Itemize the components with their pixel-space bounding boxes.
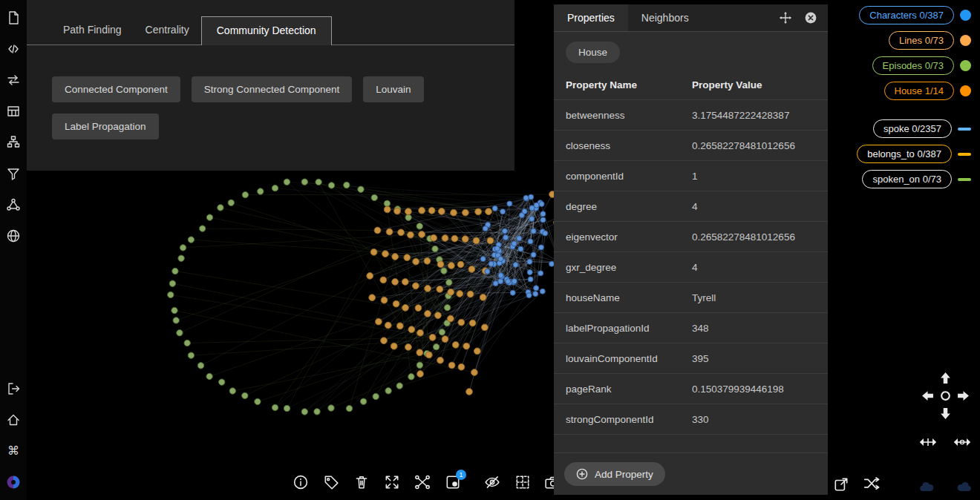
algorithm-button-connected-component[interactable]: Connected Component [52, 76, 180, 102]
camera-left-button[interactable] [918, 386, 936, 404]
legend-node-color-swatch[interactable] [960, 60, 971, 71]
property-row[interactable]: strongComponentId330 [554, 404, 828, 435]
legend-relationship-pill[interactable]: belongs_to 0/387 [857, 145, 952, 163]
algorithm-button-louvain[interactable]: Louvain [363, 76, 423, 102]
pan-horizontal-icon[interactable] [919, 436, 937, 448]
legend-category-pill[interactable]: Episodes 0/73 [872, 56, 954, 75]
property-name-column-header: Property Name [566, 79, 692, 91]
code-icon[interactable] [6, 42, 21, 56]
grid-icon[interactable] [514, 474, 531, 490]
filter-icon[interactable] [6, 166, 21, 181]
property-value: 330 [692, 414, 816, 425]
legend-category-pill[interactable]: Characters 0/387 [859, 6, 954, 24]
properties-tab-neighbors[interactable]: Neighbors [628, 4, 702, 31]
property-name: strongComponentId [566, 414, 692, 425]
globe-icon[interactable] [6, 228, 21, 243]
svg-text:⌘: ⌘ [7, 444, 19, 457]
camera-center-button[interactable] [936, 386, 954, 404]
table-icon[interactable] [6, 104, 21, 119]
legend-relationship-pill[interactable]: spoken_on 0/73 [862, 170, 952, 188]
camera-right-button[interactable] [954, 386, 972, 404]
property-value: 4 [692, 201, 816, 212]
legend-node-color-swatch[interactable] [960, 35, 971, 46]
move-panel-icon[interactable] [779, 11, 792, 24]
legend-edge-color-swatch[interactable] [958, 128, 971, 131]
property-row[interactable]: betweenness3.1754487222428387 [554, 100, 828, 131]
legend-category-pill[interactable]: House 1/14 [884, 82, 955, 100]
algorithm-tab-bar: Path FindingCentralityCommunity Detectio… [27, 0, 514, 45]
property-row[interactable]: eigenvector0.26582278481012656 [554, 222, 828, 252]
legend-row: spoke 0/2357 [873, 119, 971, 138]
properties-tab-properties[interactable]: Properties [554, 4, 628, 31]
tab-path-finding[interactable]: Path Finding [51, 16, 134, 45]
canvas-toolbar: 1 [293, 474, 561, 490]
camera-dpad [918, 369, 972, 422]
graphxr-logo[interactable] [6, 475, 21, 490]
property-row[interactable]: closeness0.26582278481012656 [554, 131, 828, 161]
cloud-icon[interactable] [953, 478, 973, 493]
cluster-icon[interactable] [6, 197, 21, 212]
property-row[interactable]: degree4 [554, 191, 828, 222]
property-value: 395 [692, 353, 816, 364]
property-row[interactable]: louvainComponentId395 [554, 343, 828, 374]
snapshot-icon[interactable]: 1 [445, 474, 461, 490]
shuffle-icon[interactable] [863, 476, 880, 493]
snapshot-count-badge: 1 [456, 470, 466, 480]
property-row[interactable]: pageRank0.150379939446198 [554, 374, 828, 404]
algorithm-buttons: Connected ComponentStrong Connected Comp… [27, 45, 506, 139]
legend-category-pill[interactable]: Lines 0/73 [889, 31, 954, 50]
properties-tab-bar: PropertiesNeighbors [554, 4, 702, 31]
export-frame-icon[interactable] [833, 476, 849, 493]
file-icon[interactable] [6, 10, 21, 25]
property-row[interactable]: houseNameTyrell [554, 283, 828, 313]
property-row[interactable]: componentId1 [554, 161, 828, 191]
property-value: 0.26582278481012656 [692, 231, 816, 243]
legend-node-color-swatch[interactable] [960, 85, 971, 96]
legend-edge-color-swatch[interactable] [958, 178, 971, 181]
algorithm-button-strong-connected-component[interactable]: Strong Connected Component [192, 76, 352, 102]
property-name: pageRank [566, 384, 692, 395]
category-chip-row: House [554, 32, 828, 70]
legend-node-color-swatch[interactable] [960, 10, 971, 21]
algorithm-button-label-propagation[interactable]: Label Propagation [52, 114, 159, 139]
property-name: houseName [566, 292, 692, 303]
tag-icon[interactable] [323, 474, 339, 490]
expand-icon[interactable] [384, 474, 400, 490]
property-value: 0.150379939446198 [692, 384, 816, 395]
legend-row: belongs_to 0/387 [857, 145, 971, 163]
legend-edge-color-swatch[interactable] [958, 153, 971, 156]
category-chip[interactable]: House [566, 42, 620, 63]
legend-relationship-pill[interactable]: spoke 0/2357 [873, 119, 952, 138]
property-row[interactable]: labelPropagationId348 [554, 313, 828, 343]
left-sidebar: ⌘ [0, 0, 27, 500]
info-icon[interactable] [293, 474, 309, 490]
tab-community-detection[interactable]: Community Detection [201, 16, 332, 45]
home-icon[interactable] [6, 412, 21, 427]
graph-legend: Characters 0/387Lines 0/73Episodes 0/73H… [857, 6, 971, 188]
property-name: componentId [566, 171, 692, 182]
camera-down-button[interactable] [936, 404, 954, 422]
hierarchy-icon[interactable] [6, 135, 21, 150]
property-name: betweenness [566, 110, 692, 121]
legend-row: spoken_on 0/73 [862, 170, 971, 188]
rotate-horizontal-icon[interactable] [953, 436, 971, 448]
add-property-button[interactable]: Add Property [564, 462, 665, 486]
property-table-body: betweenness3.1754487222428387closeness0.… [554, 100, 828, 435]
tab-centrality[interactable]: Centrality [134, 16, 201, 45]
property-name: louvainComponentId [566, 353, 692, 364]
property-value: 348 [692, 323, 816, 334]
expand-cluster-icon[interactable] [414, 474, 431, 490]
properties-panel-header: PropertiesNeighbors [554, 4, 828, 32]
swap-arrows-icon[interactable] [6, 73, 21, 88]
eye-off-icon[interactable] [484, 474, 500, 490]
command-icon[interactable]: ⌘ [6, 444, 21, 458]
close-panel-icon[interactable] [804, 11, 817, 24]
cloud-icon[interactable] [918, 478, 938, 493]
logout-icon[interactable] [6, 381, 21, 396]
legend-row: Characters 0/387 [859, 6, 971, 24]
trash-icon[interactable] [353, 474, 370, 490]
property-value: Tyrell [692, 292, 816, 303]
legend-row: House 1/14 [884, 82, 972, 100]
property-row[interactable]: gxr_degree4 [554, 252, 828, 283]
camera-up-button[interactable] [936, 369, 954, 386]
